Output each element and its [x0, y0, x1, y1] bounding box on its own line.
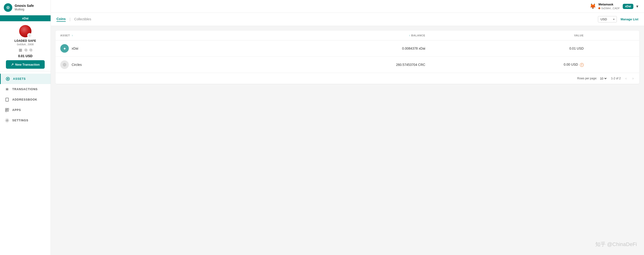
tab-coins[interactable]: Coins — [56, 17, 66, 22]
avatar-wrap: ✓ — [19, 25, 32, 37]
arrow-up-right-icon: ↗ — [11, 63, 14, 66]
assets-table: ASSET ↑ ↑ BALANCE VALUE — [56, 31, 639, 84]
coins-header: Coins | Collectibles USD EUR GBP ETH Man… — [51, 13, 644, 26]
asset-cell-xdai: ◈ xDai — [56, 40, 222, 57]
asset-sort-icon[interactable]: ↑ — [72, 34, 73, 37]
sidebar-item-apps-label: APPS — [12, 108, 21, 112]
col-actions — [588, 31, 639, 40]
pagination-info: 1-2 of 2 — [611, 77, 621, 80]
addressbook-icon — [5, 97, 10, 102]
currency-select-wrap: USD EUR GBP ETH Manage List — [598, 16, 638, 22]
asset-cell-circles: Circles — [56, 57, 222, 73]
next-page-button[interactable]: › — [632, 76, 634, 81]
assets-icon — [6, 76, 10, 81]
table-footer: Rows per page: 10 25 50 1-2 of 2 ‹ › — [56, 73, 639, 84]
metamask-info: 🦊 Metamask 0xD9A4...CADF — [589, 2, 620, 10]
svg-rect-9 — [6, 108, 7, 110]
rows-per-page-select[interactable]: 10 25 50 — [599, 76, 607, 80]
svg-rect-11 — [6, 110, 7, 112]
currency-select[interactable]: USD EUR GBP ETH — [598, 16, 617, 22]
svg-rect-10 — [7, 108, 9, 110]
chevron-down-icon[interactable]: ▾ — [636, 4, 638, 9]
currency-select-container: USD EUR GBP ETH — [598, 16, 617, 22]
rows-per-page-label: Rows per page: — [577, 77, 597, 80]
svg-point-4 — [7, 78, 8, 80]
new-tx-label: New Transaction — [15, 63, 40, 66]
table-row: ◈ xDai 0.0084378 xDai 0.01 USD — [56, 40, 639, 57]
metamask-address: 0xD9A4...CADF — [598, 6, 620, 10]
sidebar-item-apps[interactable]: APPS — [0, 105, 50, 115]
topbar: 🦊 Metamask 0xD9A4...CADF xDai ▾ — [51, 0, 644, 13]
svg-text:◈: ◈ — [63, 47, 66, 50]
table-row: Circles 260.57453704 CRC 0.00 USD i — [56, 57, 639, 73]
col-balance: ↑ BALANCE — [222, 31, 430, 40]
logo-text: Gnosis Safe Multisig — [15, 4, 34, 11]
sidebar-item-assets-label: ASSETS — [13, 77, 26, 80]
brand-sub: Multisig — [15, 8, 34, 11]
settings-icon — [5, 118, 10, 123]
sidebar-item-assets[interactable]: ASSETS — [0, 74, 50, 84]
action-cell-circles — [588, 57, 639, 73]
asset-name-circles: Circles — [72, 63, 82, 67]
balance-cell-xdai: 0.0084378 xDai — [222, 40, 430, 57]
safe-balance: 0.01 USD — [18, 54, 33, 58]
xdai-icon: ◈ — [60, 44, 69, 53]
copy-icon[interactable]: ⧉ — [24, 48, 27, 52]
sidebar: Gnosis Safe Multisig xDai ✓ LOADED SAFE … — [0, 0, 51, 255]
balance-cell-circles: 260.57453704 CRC — [222, 57, 430, 73]
safe-address: 0x60bA...5908 — [17, 43, 34, 46]
prev-page-button[interactable]: ‹ — [624, 76, 628, 81]
sidebar-item-transactions[interactable]: TRANSACTIONS — [0, 84, 50, 94]
sidebar-item-settings[interactable]: SETTINGS — [0, 115, 50, 126]
safe-info: ✓ LOADED SAFE 0x60bA...5908 ▦ ⧉ ⧉ 0.01 U… — [0, 21, 50, 71]
asset-name-xdai: xDai — [72, 46, 78, 50]
nav-menu: ASSETS TRANSACTIONS ADDRESSBOOK APPS SET… — [0, 71, 50, 255]
metamask-details: Metamask 0xD9A4...CADF — [598, 2, 620, 10]
value-cell-xdai: 0.01 USD — [430, 40, 588, 57]
new-transaction-button[interactable]: ↗ New Transaction — [6, 60, 45, 69]
wallet-status-dot — [598, 7, 600, 9]
sidebar-item-settings-label: SETTINGS — [12, 119, 28, 122]
svg-point-14 — [6, 120, 8, 121]
safe-name: LOADED SAFE — [14, 39, 36, 42]
tab-separator: | — [70, 17, 70, 21]
network-badge[interactable]: xDai — [623, 4, 633, 9]
col-asset: ASSET ↑ — [56, 31, 222, 40]
manage-list-button[interactable]: Manage List — [620, 17, 638, 21]
assets-tbody: ◈ xDai 0.0084378 xDai 0.01 USD — [56, 40, 639, 73]
transactions-icon — [5, 87, 10, 92]
external-link-icon[interactable]: ⧉ — [30, 48, 32, 52]
logo-area: Gnosis Safe Multisig — [0, 0, 50, 15]
brand-name: Gnosis Safe — [15, 4, 34, 8]
metamask-fox-icon: 🦊 — [589, 2, 596, 10]
info-icon-circles[interactable]: i — [580, 63, 584, 67]
safe-actions: ▦ ⧉ ⧉ — [19, 48, 32, 52]
balance-sort-icon[interactable]: ↑ — [409, 34, 410, 37]
tab-collectibles[interactable]: Collectibles — [74, 17, 91, 21]
metamask-name: Metamask — [598, 2, 620, 6]
apps-icon — [5, 108, 10, 112]
sidebar-item-addressbook-label: ADDRESSBOOK — [12, 98, 37, 101]
svg-rect-5 — [6, 98, 8, 101]
logo-icon — [4, 3, 12, 12]
col-value: VALUE — [430, 31, 588, 40]
avatar-check-icon[interactable]: ✓ — [27, 33, 32, 38]
value-cell-circles: 0.00 USD i — [430, 57, 588, 73]
main-area: 🦊 Metamask 0xD9A4...CADF xDai ▾ Coins | … — [51, 0, 644, 255]
svg-point-19 — [64, 64, 65, 65]
sidebar-item-addressbook[interactable]: ADDRESSBOOK — [0, 94, 50, 105]
svg-point-2 — [8, 7, 8, 8]
network-tag: xDai — [0, 15, 50, 21]
circles-icon — [60, 60, 69, 69]
table-header-row: ASSET ↑ ↑ BALANCE VALUE — [56, 31, 639, 40]
qr-icon[interactable]: ▦ — [19, 48, 22, 52]
rows-per-page: Rows per page: 10 25 50 — [577, 76, 607, 80]
sidebar-item-transactions-label: TRANSACTIONS — [12, 88, 38, 91]
action-cell-xdai — [588, 40, 639, 57]
content-area: Coins | Collectibles USD EUR GBP ETH Man… — [51, 13, 644, 255]
